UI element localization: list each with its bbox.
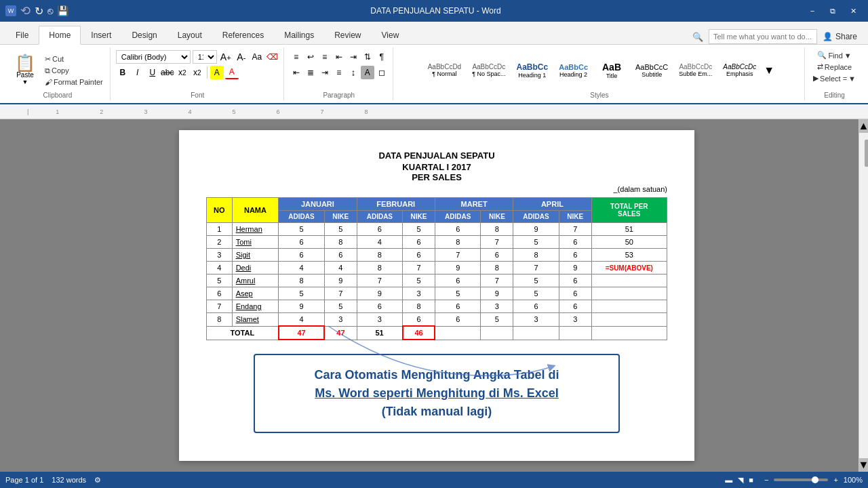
superscript-button[interactable]: x2 [191,66,204,79]
clipboard-secondary: ✂ Cut ⧉ Copy 🖌 Format Painter [42,54,106,87]
table-row: 4 Dedi 4 4 8 7 9 8 7 9 =SUM(ABOVE) [207,262,667,274]
zoom-plus-button[interactable]: + [833,476,837,484]
status-bar-left: Page 1 of 1 132 words ⚙ [5,476,101,485]
tab-references[interactable]: References [212,26,274,45]
styles-label: Styles [590,92,608,99]
tab-insert[interactable]: Insert [81,26,121,45]
ribbon-group-font: Calibri (Body) 11 A+ A- Aa ⌫ B I U abc x… [112,47,284,100]
subscript-button[interactable]: x2 [176,66,189,79]
zoom-slider[interactable] [774,479,828,481]
document-area: DATA PENJUALAN SEPATU KUARTAL I 2017 PER… [0,119,868,472]
scroll-bar[interactable]: ▲ ▼ [859,119,868,472]
align-right-button[interactable]: ⇥ [318,66,332,79]
increase-indent-button[interactable]: ⇥ [347,50,360,64]
view-read-button[interactable]: ■ [749,476,753,484]
doc-note: _(dalam satuan) [206,185,667,193]
style-heading1[interactable]: AaBbCc Heading 1 [512,60,553,81]
clipboard-group-content: 📋 Paste ▼ ✂ Cut ⧉ Copy 🖌 Format Painter [9,49,106,92]
underline-button[interactable]: U [146,66,159,79]
style-emphasis[interactable]: AaBbCcDc Emphasis [718,61,761,79]
line-spacing-button[interactable]: ↨ [347,66,360,79]
tab-file[interactable]: File [5,26,39,45]
styles-more-button[interactable]: ▼ [762,63,776,78]
numbering-button[interactable]: ↩ [304,50,317,64]
align-center-button[interactable]: ≣ [304,66,317,79]
window-controls[interactable]: − ⧉ ✕ [803,3,863,18]
font-name-select[interactable]: Calibri (Body) [116,50,191,64]
style-no-spacing[interactable]: AaBbCcDc ¶ No Spac... [467,61,510,79]
font-color-button[interactable]: A [225,66,239,79]
zoom-minus-button[interactable]: − [764,476,768,484]
ribbon-group-paragraph: ≡ ↩ ≡ ⇤ ⇥ ⇅ ¶ ⇤ ≣ ⇥ ≡ ↨ A ◻ Paragraph [285,47,393,100]
table-row: 2 Tomi 6 8 4 6 8 7 5 6 50 [207,236,667,249]
select-button[interactable]: ▶ Select = ▼ [810,73,859,83]
style-title[interactable]: AaB Title [594,60,629,81]
page-count: Page 1 of 1 [5,476,43,484]
document-scroll[interactable]: DATA PENJUALAN SEPATU KUARTAL I 2017 PER… [15,119,859,472]
replace-button[interactable]: ⇄ Replace [814,62,854,72]
zoom-thumb[interactable] [812,476,818,483]
scroll-up-button[interactable]: ▲ [859,119,869,133]
sort-button[interactable]: ⇅ [361,50,374,64]
zoom-level: 100% [844,476,863,484]
italic-button[interactable]: I [131,66,144,79]
style-normal[interactable]: AaBbCcDd ¶ Normal [423,61,466,79]
th-nama: NAMA [232,198,279,223]
tab-layout[interactable]: Layout [167,26,212,45]
bullets-button[interactable]: ≡ [290,50,303,64]
close-button[interactable]: ✕ [844,3,863,18]
bold-button[interactable]: B [116,66,130,79]
scroll-thumb[interactable] [865,140,869,167]
cut-button[interactable]: ✂ Cut [42,54,106,64]
change-case-button[interactable]: Aa [250,50,264,64]
font-size-select[interactable]: 11 [193,50,217,64]
clipboard-label: Clipboard [43,92,72,99]
status-bar: Page 1 of 1 132 words ⚙ ▬ ◥ ■ − + 100% [0,472,868,488]
table-row: 8 Slamet 4 3 3 6 6 5 3 3 [207,313,667,327]
copy-button[interactable]: ⧉ Copy [42,66,106,76]
multilevel-list-button[interactable]: ≡ [318,50,332,64]
ribbon-tabs: File Home Insert Design Layout Reference… [0,22,868,45]
paragraph-group-content: ≡ ↩ ≡ ⇤ ⇥ ⇅ ¶ ⇤ ≣ ⇥ ≡ ↨ A ◻ [290,49,389,92]
th-feb-adidas: ADIDAS [357,211,403,223]
para-row1: ≡ ↩ ≡ ⇤ ⇥ ⇅ ¶ [290,50,389,64]
table-row: 5 Amrul 8 9 7 5 6 7 5 6 [207,274,667,287]
th-mar-nike: NIKE [481,211,513,223]
show-formatting-button[interactable]: ¶ [375,50,389,64]
font-grow-button[interactable]: A+ [219,50,233,64]
styles-gallery: AaBbCcDd ¶ Normal AaBbCcDc ¶ No Spac... … [423,49,776,92]
view-print-button[interactable]: ▬ [725,476,732,484]
th-jan-nike: NIKE [324,211,357,223]
tab-home[interactable]: Home [39,26,81,45]
tab-mailings[interactable]: Mailings [274,26,324,45]
doc-title-line3: PER SALES [206,172,667,182]
find-button[interactable]: 🔍 Find ▼ [814,50,854,60]
th-total: TOTAL PERSALES [591,198,667,223]
ruler: | 1 2 3 4 5 6 7 8 [0,104,868,119]
share-button[interactable]: 👤 Share [823,32,857,41]
shading-button[interactable]: A [361,66,374,79]
clear-format-button[interactable]: ⌫ [266,50,279,64]
style-heading2[interactable]: AaBbCc Heading 2 [554,61,593,80]
font-shrink-button[interactable]: A- [235,50,248,64]
format-painter-button[interactable]: 🖌 Format Painter [42,77,106,87]
decrease-indent-button[interactable]: ⇤ [332,50,346,64]
borders-button[interactable]: ◻ [375,66,389,79]
tab-review[interactable]: Review [324,26,371,45]
style-subtitle[interactable]: AaBbCcC Subtitle [631,61,673,80]
style-subtle-emphasis[interactable]: AaBbCcDc Subtle Em... [674,61,717,79]
scroll-down-button[interactable]: ▼ [859,458,869,472]
minimize-button[interactable]: − [803,3,822,18]
paste-button[interactable]: 📋 Paste ▼ [9,52,41,88]
view-web-button[interactable]: ◥ [738,476,743,485]
align-left-button[interactable]: ⇤ [290,66,303,79]
tab-view[interactable]: View [372,26,410,45]
restore-button[interactable]: ⧉ [823,3,842,18]
strikethrough-button[interactable]: abc [161,66,174,79]
text-highlight-button[interactable]: A [210,66,224,79]
word-count: 132 words [52,476,86,484]
status-bar-right: ▬ ◥ ■ − + 100% [725,476,863,485]
justify-button[interactable]: ≡ [332,66,346,79]
tab-design[interactable]: Design [121,26,167,45]
ribbon-search-input[interactable] [709,29,817,44]
